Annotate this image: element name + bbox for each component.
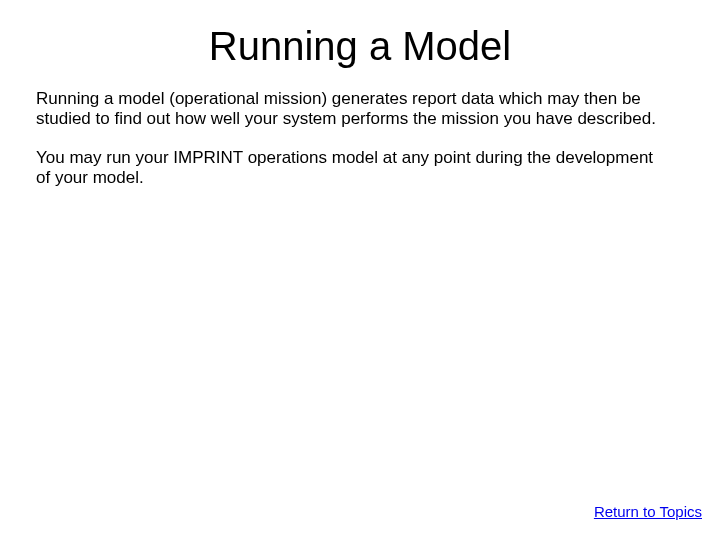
slide: Running a Model Running a model (operati… (0, 0, 720, 540)
slide-body: Running a model (operational mission) ge… (0, 89, 720, 187)
paragraph-2: You may run your IMPRINT operations mode… (36, 148, 670, 187)
page-title: Running a Model (0, 0, 720, 89)
return-to-topics-link[interactable]: Return to Topics (594, 503, 702, 520)
paragraph-1: Running a model (operational mission) ge… (36, 89, 670, 128)
